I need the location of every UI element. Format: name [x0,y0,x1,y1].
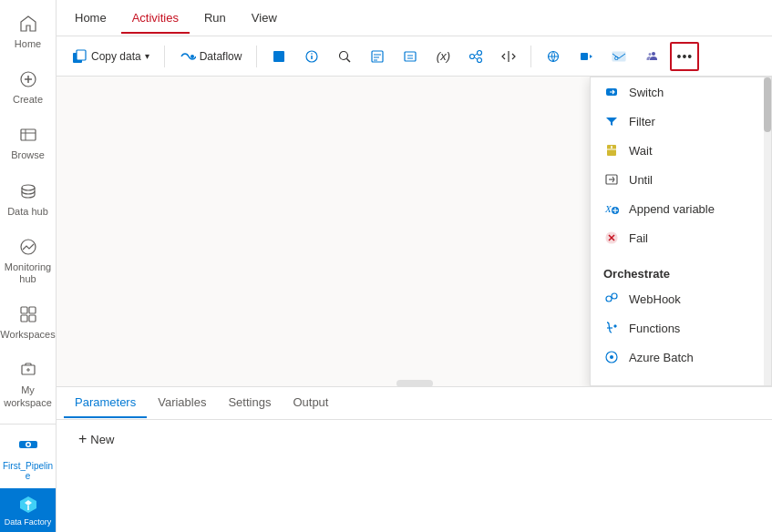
sidebar-item-create[interactable]: Create [0,59,56,115]
nav-tab-view[interactable]: View [241,4,288,34]
switch-label: Switch [629,86,664,99]
copy-data-chevron: ▾ [145,51,149,61]
toolbar: Copy data ▾ Dataflow [57,36,772,77]
connections-button[interactable] [461,42,490,71]
dropdown-item-filter[interactable]: Filter [591,107,771,136]
sidebar-browse-label: Browse [11,149,45,161]
top-nav: Home Activities Run View [57,0,772,36]
dropdown-item-functions[interactable]: Functions [591,313,771,343]
canvas-area: Switch Filter [57,77,772,386]
sidebar-item-first-pipeline[interactable]: First_Pipeline [0,424,56,488]
stream-button[interactable] [571,42,601,71]
webhook-label: WebHook [629,292,681,306]
data-hub-icon [17,180,39,202]
edit-button[interactable] [363,42,392,71]
sidebar-create-label: Create [13,94,43,106]
scrollbar-track [764,77,771,385]
variable-button[interactable]: (x) [428,42,458,71]
svg-point-27 [340,51,348,59]
sidebar: Home Create Browse [0,0,57,532]
sidebar-myworkspace-label: Myworkspace [4,384,52,408]
bottom-content: + New [57,420,772,532]
transform-section-header: Transform [591,379,771,386]
home-icon [17,13,39,35]
nav-tab-activities[interactable]: Activities [121,4,190,34]
svg-point-17 [26,444,29,446]
sidebar-monitoring-label: Monitoringhub [5,261,51,285]
list-button[interactable] [396,42,425,71]
scrollbar-thumb[interactable] [764,77,771,132]
filter-label: Filter [629,115,655,128]
info-button[interactable] [297,42,326,71]
bottom-tab-parameters[interactable]: Parameters [64,388,147,418]
sidebar-pipeline-label: First_Pipeline [3,461,53,481]
svg-point-38 [478,57,482,62]
search-button[interactable] [330,42,359,71]
svg-point-37 [478,50,482,55]
sidebar-item-workspaces[interactable]: Workspaces [0,294,56,350]
bottom-tab-output[interactable]: Output [282,388,339,418]
dataflow-icon [180,48,196,65]
functions-icon [603,320,620,336]
split-button[interactable] [494,42,523,71]
copy-data-label: Copy data [91,50,141,63]
nav-tab-run[interactable]: Run [193,4,237,34]
svg-point-7 [21,240,36,254]
dropdown-item-azure-batch[interactable]: Azure Batch [591,343,771,372]
create-icon [17,68,39,90]
sidebar-item-my-workspace[interactable]: Myworkspace [0,350,56,417]
activities-dropdown: Switch Filter [590,77,772,386]
globe-button[interactable] [539,42,568,71]
dropdown-item-wait[interactable]: Wait [591,136,771,165]
until-label: Until [629,173,653,187]
svg-rect-8 [21,307,27,313]
dropdown-item-until[interactable]: Until [591,165,771,194]
svg-line-40 [475,57,478,59]
bottom-tabs: Parameters Variables Settings Output [57,387,772,420]
sidebar-workspaces-label: Workspaces [0,329,55,341]
collapse-handle[interactable] [396,380,433,387]
svg-rect-33 [405,52,416,61]
svg-rect-3 [21,129,36,140]
svg-point-6 [22,185,35,190]
svg-point-61 [606,296,612,302]
block-icon-button[interactable] [264,42,293,71]
new-button[interactable]: + New [71,427,121,451]
workspaces-icon [17,303,39,325]
sidebar-item-data-hub[interactable]: Data hub [0,171,56,227]
sidebar-home-label: Home [15,38,41,50]
dataflow-label: Dataflow [200,50,242,63]
svg-line-39 [475,54,478,56]
dropdown-item-fail[interactable]: Fail [591,223,771,252]
teams-button[interactable] [637,42,666,71]
nav-tab-home[interactable]: Home [64,4,118,34]
outlook-button[interactable]: O [604,42,633,71]
dataflow-button[interactable]: Dataflow [172,45,250,68]
sidebar-datahub-label: Data hub [7,206,48,218]
append-variable-label: Append variable [629,202,715,216]
dropdown-item-webhook[interactable]: WebHook [591,284,771,313]
dropdown-item-append-variable[interactable]: X Append variable [591,194,771,223]
functions-label: Functions [629,322,680,335]
sidebar-item-browse[interactable]: Browse [0,115,56,170]
bottom-tab-settings[interactable]: Settings [217,388,282,418]
dropdown-item-switch[interactable]: Switch [591,77,771,107]
monitoring-icon [17,236,39,258]
svg-point-62 [612,293,617,299]
svg-rect-44 [581,53,588,60]
copy-data-button[interactable]: Copy data ▾ [64,45,157,68]
filter-icon [603,113,620,129]
append-icon: X [603,200,620,217]
sidebar-item-home[interactable]: Home [0,4,56,59]
main-content: Home Activities Run View Copy data ▾ [57,0,772,532]
svg-rect-9 [29,307,36,313]
sidebar-item-monitoring-hub[interactable]: Monitoringhub [0,227,56,294]
new-plus-icon: + [78,431,87,447]
copy-data-icon [71,48,87,65]
svg-rect-23 [273,51,284,62]
more-button[interactable]: ••• [670,42,699,71]
orchestrate-section-header: Orchestrate [591,260,771,284]
bottom-tab-variables[interactable]: Variables [147,388,217,418]
svg-line-28 [347,58,351,62]
svg-point-22 [190,55,194,58]
